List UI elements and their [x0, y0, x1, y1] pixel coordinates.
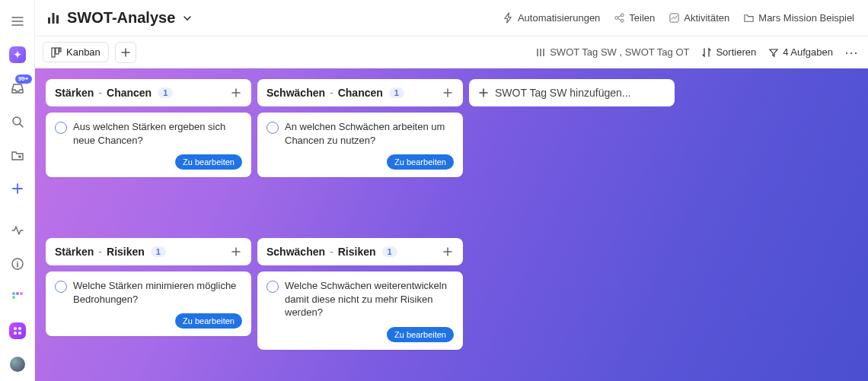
search-button[interactable]: [0, 105, 35, 138]
dots-icon: ⋯: [844, 44, 859, 61]
board-column: Stärken - Chancen 1 Aus welchen Stärken …: [46, 79, 251, 381]
bolt-icon: [503, 12, 514, 24]
column-add-task-button[interactable]: [442, 246, 454, 258]
status-badge[interactable]: Zu bearbeiten: [175, 154, 242, 170]
apps-icon: [9, 322, 26, 339]
column-count-badge: 1: [158, 87, 173, 98]
info-icon: [10, 256, 25, 271]
column-title-b: Chancen: [338, 87, 383, 99]
plus-icon: [478, 87, 489, 98]
view-label: Kanban: [66, 46, 101, 58]
column-title-sep: -: [94, 87, 107, 99]
svg-point-4: [20, 292, 23, 295]
left-sidebar: ✦ 99+: [0, 0, 35, 381]
column-add-task-button[interactable]: [442, 87, 454, 99]
svg-rect-19: [59, 48, 61, 52]
share-button[interactable]: Teilen: [611, 9, 658, 27]
drop-area[interactable]: [257, 183, 463, 232]
menu-button[interactable]: [0, 5, 35, 38]
group-by-button[interactable]: SWOT Tag SW , SWOT Tag OT: [532, 46, 692, 58]
add-view-button[interactable]: [115, 42, 136, 63]
activities-button[interactable]: Aktivitäten: [665, 9, 732, 27]
task-card[interactable]: Welche Stärken minimieren mögliche Bedro…: [46, 271, 251, 336]
viewbar: Kanban SWOT Tag SW , SWOT Tag OT Sortier…: [35, 37, 868, 68]
app-center-button[interactable]: [0, 281, 35, 314]
column-header[interactable]: Schwächen - Chancen 1: [257, 79, 463, 106]
column-title-b: Chancen: [107, 87, 152, 99]
status-circle-icon[interactable]: [55, 281, 67, 293]
inbox-badge: 99+: [15, 75, 32, 84]
view-kanban-chip[interactable]: Kanban: [43, 42, 109, 62]
column-title-sep: -: [94, 246, 107, 258]
plus-icon: [120, 47, 131, 58]
plus-icon: [230, 87, 242, 99]
pulse-button[interactable]: [0, 214, 35, 247]
sort-button[interactable]: Sortieren: [698, 46, 759, 58]
page-title-button[interactable]: SWOT-Analyse: [46, 9, 193, 27]
status-circle-icon[interactable]: [55, 122, 67, 134]
ai-assistant-button[interactable]: ✦: [0, 38, 35, 71]
column-header[interactable]: Schwächen - Risiken 1: [257, 238, 463, 265]
folder-icon: [743, 12, 755, 24]
svg-point-13: [615, 17, 618, 20]
column-title-a: Schwächen: [266, 87, 325, 99]
create-button[interactable]: [0, 172, 35, 205]
drop-area[interactable]: [46, 183, 251, 232]
column-header[interactable]: Stärken - Risiken 1: [46, 238, 251, 265]
filter-button[interactable]: 4 Aufgaben: [765, 46, 836, 58]
docs-button[interactable]: [0, 138, 35, 172]
share-label: Teilen: [629, 12, 655, 24]
task-title: Welche Stärken minimieren mögliche Bedro…: [73, 279, 242, 306]
folder-location-button[interactable]: Mars Mission Beispiel: [740, 9, 857, 27]
column-add-task-button[interactable]: [230, 87, 242, 99]
kanban-board: Stärken - Chancen 1 Aus welchen Stärken …: [35, 68, 868, 381]
task-card[interactable]: An welchen Schwächen arbeiten um Chancen…: [257, 113, 463, 177]
help-button[interactable]: [0, 247, 35, 281]
search-icon: [10, 114, 25, 129]
plus-icon: [442, 246, 454, 258]
column-header[interactable]: Stärken - Chancen 1: [46, 79, 251, 106]
sort-icon: [701, 47, 712, 58]
svg-rect-18: [56, 48, 59, 54]
status-badge[interactable]: Zu bearbeiten: [175, 313, 242, 329]
page-title: SWOT-Analyse: [67, 9, 175, 27]
status-circle-icon[interactable]: [266, 281, 279, 293]
more-options-button[interactable]: ⋯: [842, 44, 860, 61]
svg-rect-17: [52, 48, 55, 57]
status-circle-icon[interactable]: [266, 122, 279, 134]
chart-icon: [46, 11, 61, 26]
board-column: Schwächen - Chancen 1 An welchen Schwäch…: [257, 79, 463, 350]
svg-point-2: [12, 292, 15, 295]
folder-plus-icon: [10, 148, 25, 163]
task-title: Welche Schwächen weiterentwickeln damit …: [285, 279, 454, 319]
grid-dots-icon: [10, 290, 25, 305]
column-title-a: Schwächen: [266, 246, 325, 258]
svg-point-3: [16, 292, 19, 295]
svg-point-8: [14, 332, 17, 335]
folder-label: Mars Mission Beispiel: [758, 12, 854, 24]
column-count-badge: 1: [382, 246, 397, 257]
task-title: Aus welchen Stärken ergeben sich neue Ch…: [73, 120, 242, 147]
ai-icon: ✦: [9, 46, 26, 63]
svg-rect-10: [48, 17, 50, 24]
pulse-icon: [10, 223, 25, 238]
share-icon: [614, 12, 625, 24]
integrations-button[interactable]: [0, 314, 35, 348]
status-badge[interactable]: Zu bearbeiten: [387, 154, 454, 170]
add-column: SWOT Tag SW hinzufügen...: [469, 79, 675, 106]
sort-label: Sortieren: [716, 46, 756, 58]
task-card[interactable]: Aus welchen Stärken ergeben sich neue Ch…: [46, 113, 251, 177]
svg-point-7: [18, 327, 21, 330]
drop-area[interactable]: [46, 342, 251, 381]
column-title-sep: -: [325, 246, 338, 258]
status-badge[interactable]: Zu bearbeiten: [387, 327, 454, 342]
column-add-task-button[interactable]: [230, 246, 242, 258]
svg-point-6: [14, 327, 17, 330]
inbox-button[interactable]: 99+: [0, 71, 35, 105]
task-card[interactable]: Welche Schwächen weiterentwickeln damit …: [257, 271, 463, 350]
user-avatar-button[interactable]: [0, 348, 35, 381]
plus-icon: [442, 87, 454, 99]
automations-button[interactable]: Automatisierungen: [499, 9, 603, 27]
svg-point-5: [12, 296, 15, 299]
add-group-input[interactable]: SWOT Tag SW hinzufügen...: [469, 79, 675, 106]
